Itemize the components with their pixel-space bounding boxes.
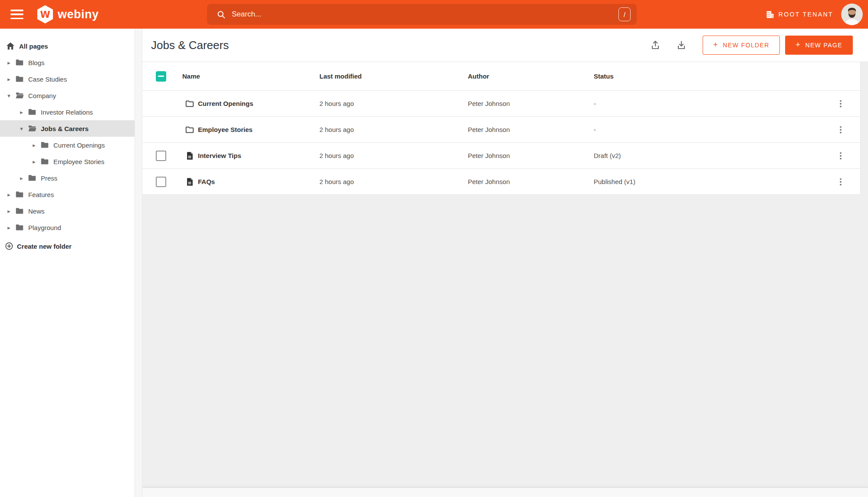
- folder-closed-icon: [15, 190, 24, 199]
- folder-closed-icon: [27, 107, 37, 117]
- row-status: -: [594, 100, 821, 107]
- tenant-selector[interactable]: ROOT TENANT: [766, 10, 833, 19]
- chevron-right-icon[interactable]: ▸: [6, 59, 12, 66]
- chevron-right-icon[interactable]: ▸: [19, 175, 24, 181]
- row-last-modified: 2 hours ago: [319, 100, 468, 107]
- folder-open-icon: [27, 124, 37, 133]
- folder-closed-icon: [40, 140, 49, 150]
- folder-closed-icon: [15, 206, 24, 216]
- export-pages-button[interactable]: [676, 39, 687, 51]
- row-status: Published (v1): [594, 178, 821, 185]
- sidebar-item-label: Employee Stories: [53, 158, 105, 165]
- plus-icon: +: [713, 40, 719, 49]
- sidebar-item-company[interactable]: ▾Company: [0, 87, 135, 104]
- row-name[interactable]: Employee Stories: [198, 126, 253, 133]
- document-icon: [185, 177, 194, 187]
- row-name[interactable]: Interview Tips: [198, 152, 241, 159]
- row-actions-menu-button[interactable]: [834, 149, 847, 162]
- chevron-down-icon[interactable]: ▾: [6, 92, 12, 99]
- sidebar-item-press[interactable]: ▸Press: [0, 170, 135, 186]
- column-header-status[interactable]: Status: [594, 72, 821, 80]
- folder-icon: [185, 125, 194, 135]
- tenant-label: ROOT TENANT: [779, 11, 833, 18]
- select-all-checkbox[interactable]: [156, 71, 166, 82]
- table-row-interview-tips[interactable]: Interview Tips 2 hours ago Peter Johnson…: [142, 143, 860, 169]
- sidebar-item-label: Case Studies: [28, 76, 67, 83]
- folder-icon: [185, 125, 194, 135]
- row-name[interactable]: Current Openings: [198, 100, 253, 107]
- row-name[interactable]: FAQs: [198, 178, 215, 185]
- document-icon: [185, 151, 194, 161]
- row-actions-menu-button[interactable]: [834, 175, 847, 188]
- folder-closed-icon: [15, 190, 24, 199]
- folder-closed-icon: [15, 58, 24, 67]
- row-author: Peter Johnson: [468, 152, 594, 159]
- create-new-folder-button[interactable]: Create new folder: [0, 237, 135, 255]
- chevron-right-icon[interactable]: ▸: [6, 191, 12, 198]
- sidebar-item-employee-stories[interactable]: ▸Employee Stories: [0, 153, 135, 170]
- user-avatar[interactable]: [841, 3, 863, 25]
- folder-tree: ▸Blogs▸Case Studies▾Company▸Investor Rel…: [0, 54, 135, 236]
- folder-closed-icon: [27, 107, 37, 117]
- hamburger-menu-icon[interactable]: [10, 10, 23, 19]
- sidebar-item-case-studies[interactable]: ▸Case Studies: [0, 71, 135, 87]
- chevron-right-icon[interactable]: ▸: [31, 142, 37, 148]
- search-bar[interactable]: /: [207, 4, 637, 25]
- chevron-right-icon[interactable]: ▸: [6, 224, 12, 231]
- sidebar-item-features[interactable]: ▸Features: [0, 186, 135, 203]
- row-author: Peter Johnson: [468, 126, 594, 133]
- row-author: Peter Johnson: [468, 100, 594, 107]
- folder-open-icon: [15, 91, 24, 100]
- search-input[interactable]: [232, 10, 618, 19]
- row-checkbox[interactable]: [156, 151, 166, 161]
- row-checkbox[interactable]: [156, 177, 166, 187]
- column-header-name[interactable]: Name: [182, 72, 319, 80]
- new-folder-button[interactable]: + NEW FOLDER: [703, 36, 780, 55]
- sidebar-item-jobs-careers[interactable]: ▾Jobs & Careers: [0, 120, 135, 137]
- folder-closed-icon: [40, 157, 49, 166]
- folder-closed-icon: [40, 157, 49, 166]
- sidebar-item-all-pages[interactable]: All pages: [0, 38, 135, 54]
- sidebar-item-news[interactable]: ▸News: [0, 203, 135, 219]
- chevron-right-icon[interactable]: ▸: [31, 158, 37, 165]
- table-row-employee-stories[interactable]: Employee Stories 2 hours ago Peter Johns…: [142, 117, 860, 143]
- download-icon: [676, 40, 687, 50]
- folder-tree-sidebar: All pages ▸Blogs▸Case Studies▾Company▸In…: [0, 29, 135, 497]
- row-status: Draft (v2): [594, 152, 821, 159]
- new-page-button[interactable]: + NEW PAGE: [785, 36, 853, 55]
- sidebar-item-playground[interactable]: ▸Playground: [0, 219, 135, 236]
- import-pages-button[interactable]: [650, 39, 661, 51]
- table-row-current-openings[interactable]: Current Openings 2 hours ago Peter Johns…: [142, 91, 860, 117]
- sidebar-item-blogs[interactable]: ▸Blogs: [0, 54, 135, 71]
- page-header: Jobs & Careers + NEW FOLDER + NEW PAGE: [142, 29, 868, 62]
- chevron-down-icon[interactable]: ▾: [19, 125, 24, 132]
- chevron-right-icon[interactable]: ▸: [19, 109, 24, 115]
- kebab-icon: [836, 177, 845, 187]
- panel-resize-handle[interactable]: [135, 29, 142, 497]
- sidebar-item-label: Investor Relations: [41, 109, 93, 116]
- row-actions-menu-button[interactable]: [834, 123, 847, 136]
- column-header-author[interactable]: Author: [468, 72, 594, 80]
- webiny-logo[interactable]: W webiny: [36, 5, 99, 24]
- folder-closed-icon: [15, 58, 24, 67]
- sidebar-item-investor-relations[interactable]: ▸Investor Relations: [0, 104, 135, 120]
- folder-closed-icon: [15, 206, 24, 216]
- new-page-button-label: NEW PAGE: [805, 42, 842, 49]
- kebab-icon: [836, 151, 845, 161]
- folder-open-icon: [27, 124, 37, 133]
- main-content: Jobs & Careers + NEW FOLDER + NEW PAGE N…: [142, 29, 868, 497]
- chevron-right-icon[interactable]: ▸: [6, 76, 12, 82]
- column-header-last-modified[interactable]: Last modified: [319, 72, 468, 80]
- table-row-faqs[interactable]: FAQs 2 hours ago Peter Johnson Published…: [142, 169, 860, 195]
- folder-closed-icon: [15, 74, 24, 84]
- folder-closed-icon: [27, 173, 37, 183]
- row-actions-menu-button[interactable]: [834, 97, 847, 110]
- sidebar-item-label: Blogs: [28, 59, 45, 66]
- building-icon: [766, 10, 775, 19]
- brand-wordmark: webiny: [58, 8, 99, 21]
- folder-open-icon: [15, 91, 24, 100]
- sidebar-item-current-openings[interactable]: ▸Current Openings: [0, 137, 135, 153]
- chevron-right-icon[interactable]: ▸: [6, 208, 12, 214]
- sidebar-item-label: Company: [28, 92, 56, 99]
- folder-closed-icon: [27, 173, 37, 183]
